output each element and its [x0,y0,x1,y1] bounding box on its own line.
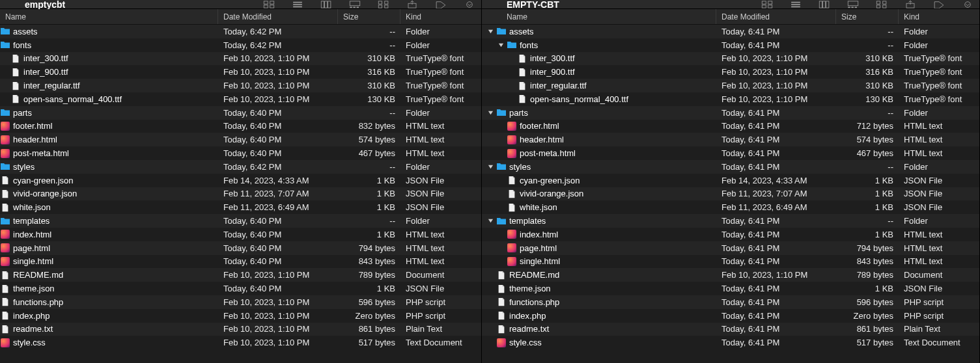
col-header-size[interactable]: Size [338,9,400,24]
view-icon-list[interactable] [291,0,304,9]
file-row[interactable]: footer.htmlToday, 6:40 PM832 bytesHTML t… [0,120,481,133]
file-size: 1 KB [338,202,400,212]
col-header-name[interactable]: Name [0,9,218,24]
action-icon[interactable] [463,0,476,9]
file-row[interactable]: index.phpFeb 10, 2023, 1:10 PMZero bytes… [0,309,481,323]
file-row[interactable]: white.jsonFeb 11, 2023, 6:49 AM1 KBJSON … [482,200,979,214]
disclosure-triangle-icon[interactable] [487,163,494,170]
file-row[interactable]: theme.jsonToday, 6:41 PM1 KBJSON File [482,282,979,295]
action-icon[interactable] [961,0,974,9]
svg-rect-7 [321,1,324,7]
share-icon[interactable] [904,0,917,9]
svg-rect-30 [848,1,858,5]
finder-pane-right: EMPTY-CBT Name Date Modified Size Kind a… [482,0,980,363]
file-row[interactable]: page.htmlToday, 6:40 PM794 bytesHTML tex… [0,241,481,255]
column-headers: Name Date Modified Size Kind [0,9,481,25]
view-icon-gallery[interactable] [348,0,361,9]
col-header-date[interactable]: Date Modified [716,9,836,24]
file-row[interactable]: single.htmlToday, 6:41 PM843 bytesHTML t… [482,255,979,269]
col-header-kind[interactable]: Kind [400,9,481,24]
file-row[interactable]: README.mdFeb 10, 2023, 1:10 PM789 bytesD… [482,268,979,282]
view-icon-grid[interactable] [262,0,275,9]
col-header-size[interactable]: Size [836,9,899,24]
file-row[interactable]: style.cssFeb 10, 2023, 1:10 PM517 bytesT… [0,336,481,349]
file-name: inter_300.ttf [530,53,575,63]
view-icon-columns[interactable] [320,0,333,9]
file-row[interactable]: cyan-green.jsonFeb 14, 2023, 4:33 AM1 KB… [482,174,979,187]
file-row[interactable]: inter_300.ttfFeb 10, 2023, 1:10 PM310 KB… [0,52,481,66]
share-icon[interactable] [406,0,419,9]
tag-icon[interactable] [434,0,447,9]
col-header-date[interactable]: Date Modified [218,9,338,24]
app-file-icon [496,338,507,348]
file-row[interactable]: inter_regular.ttfFeb 10, 2023, 1:10 PM31… [482,79,979,92]
file-row[interactable]: fontsToday, 6:41 PM--Folder [482,38,979,52]
file-size: 596 bytes [836,297,899,307]
file-row[interactable]: inter_regular.ttfFeb 10, 2023, 1:10 PM31… [0,79,481,92]
file-date: Today, 6:41 PM [716,256,836,266]
view-icon-columns[interactable] [818,0,831,9]
file-row[interactable]: single.htmlToday, 6:40 PM843 bytesHTML t… [0,255,481,269]
group-icon[interactable] [875,0,888,9]
app-file-icon [0,256,10,267]
file-row[interactable]: theme.jsonToday, 6:40 PM1 KBJSON File [0,282,481,295]
file-row[interactable]: open-sans_normal_400.ttfFeb 10, 2023, 1:… [482,92,979,106]
file-name: functions.php [13,297,63,307]
file-row[interactable]: stylesToday, 6:42 PM--Folder [0,160,481,174]
file-size: 310 KB [338,53,400,63]
file-row[interactable]: inter_300.ttfFeb 10, 2023, 1:10 PM310 KB… [482,52,979,66]
window-title: emptycbt [5,0,247,10]
file-row[interactable]: style.cssToday, 6:41 PM517 bytesText Doc… [482,336,979,349]
document-icon [0,297,10,307]
disclosure-triangle-icon[interactable] [487,109,494,116]
disclosure-triangle-icon[interactable] [487,28,494,34]
view-icon-gallery[interactable] [847,0,860,9]
disclosure-triangle-icon[interactable] [497,42,504,48]
col-header-name[interactable]: Name [482,9,716,24]
file-row[interactable]: stylesToday, 6:41 PM--Folder [482,160,979,174]
file-row[interactable]: templatesToday, 6:40 PM--Folder [0,214,481,228]
file-size: 596 bytes [338,297,400,307]
file-row[interactable]: post-meta.htmlToday, 6:41 PM467 bytesHTM… [482,146,979,160]
file-row[interactable]: header.htmlToday, 6:40 PM574 bytesHTML t… [0,133,481,146]
file-row[interactable]: white.jsonFeb 11, 2023, 6:49 AM1 KBJSON … [0,200,481,214]
file-row[interactable]: open-sans_normal_400.ttfFeb 10, 2023, 1:… [0,92,481,106]
file-row[interactable]: partsToday, 6:40 PM--Folder [0,106,481,120]
document-icon [496,310,507,321]
file-row[interactable]: inter_900.ttfFeb 10, 2023, 1:10 PM316 KB… [482,65,979,79]
file-row[interactable]: vivid-orange.jsonFeb 11, 2023, 7:07 AM1 … [482,187,979,201]
file-row[interactable]: readme.txtFeb 10, 2023, 1:10 PM861 bytes… [0,323,481,336]
file-row[interactable]: assetsToday, 6:42 PM--Folder [0,25,481,38]
file-row[interactable]: partsToday, 6:41 PM--Folder [482,106,979,120]
col-header-kind[interactable]: Kind [899,9,979,24]
file-row[interactable]: index.htmlToday, 6:40 PM1 KBHTML text [0,228,481,241]
file-date: Today, 6:41 PM [716,148,836,158]
file-row[interactable]: fontsToday, 6:42 PM--Folder [0,38,481,52]
file-size: 1 KB [836,230,899,239]
file-row[interactable]: vivid-orange.jsonFeb 11, 2023, 7:07 AM1 … [0,187,481,201]
file-row[interactable]: page.htmlToday, 6:41 PM794 bytesHTML tex… [482,241,979,255]
file-row[interactable]: post-meta.htmlToday, 6:40 PM467 bytesHTM… [0,146,481,160]
file-row[interactable]: templatesToday, 6:41 PM--Folder [482,214,979,228]
file-size: 310 KB [338,81,400,90]
file-size: -- [338,27,400,36]
tag-icon[interactable] [932,0,945,9]
file-row[interactable]: functions.phpFeb 10, 2023, 1:10 PM596 by… [0,295,481,309]
file-row[interactable]: header.htmlToday, 6:41 PM574 bytesHTML t… [482,133,979,146]
group-icon[interactable] [377,0,390,9]
file-row[interactable]: assetsToday, 6:41 PM--Folder [482,25,979,38]
file-row[interactable]: index.htmlToday, 6:41 PM1 KBHTML text [482,228,979,241]
file-date: Today, 6:41 PM [716,243,836,253]
file-row[interactable]: inter_900.ttfFeb 10, 2023, 1:10 PM316 KB… [0,65,481,79]
disclosure-triangle-icon[interactable] [487,218,494,224]
file-row[interactable]: README.mdFeb 10, 2023, 1:10 PM789 bytesD… [0,268,481,282]
document-icon [517,94,527,104]
view-icon-list[interactable] [789,0,802,9]
file-row[interactable]: cyan-green.jsonFeb 14, 2023, 4:33 AM1 KB… [0,174,481,187]
view-icon-grid[interactable] [761,0,774,9]
file-row[interactable]: index.phpToday, 6:41 PMZero bytesPHP scr… [482,309,979,323]
file-date: Today, 6:40 PM [218,121,338,131]
file-row[interactable]: readme.txtToday, 6:41 PM861 bytesPlain T… [482,323,979,336]
file-row[interactable]: functions.phpToday, 6:41 PM596 bytesPHP … [482,295,979,309]
file-row[interactable]: footer.htmlToday, 6:41 PM712 bytesHTML t… [482,120,979,133]
